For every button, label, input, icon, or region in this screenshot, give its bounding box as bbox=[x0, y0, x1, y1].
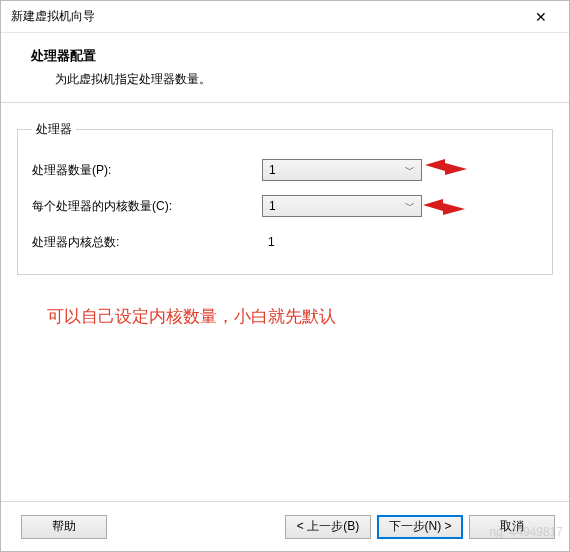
chevron-down-icon: ﹀ bbox=[405, 163, 415, 177]
window-title: 新建虚拟机向导 bbox=[11, 8, 519, 25]
select-value: 1 bbox=[269, 163, 276, 177]
close-icon[interactable]: ✕ bbox=[519, 5, 563, 29]
help-button[interactable]: 帮助 bbox=[21, 515, 107, 539]
page-subtitle: 为此虚拟机指定处理器数量。 bbox=[55, 71, 549, 88]
page-title: 处理器配置 bbox=[31, 47, 549, 65]
cancel-button[interactable]: 取消 bbox=[469, 515, 555, 539]
next-button[interactable]: 下一步(N) > bbox=[377, 515, 463, 539]
row-total-cores: 处理器内核总数: 1 bbox=[32, 224, 538, 260]
annotation-text: 可以自己设定内核数量，小白就先默认 bbox=[47, 305, 553, 328]
label-processor-count: 处理器数量(P): bbox=[32, 162, 262, 179]
titlebar: 新建虚拟机向导 ✕ bbox=[1, 1, 569, 33]
label-cores-per-processor: 每个处理器的内核数量(C): bbox=[32, 198, 262, 215]
row-cores-per-processor: 每个处理器的内核数量(C): 1 ﹀ bbox=[32, 188, 538, 224]
row-processor-count: 处理器数量(P): 1 ﹀ bbox=[32, 152, 538, 188]
label-total-cores: 处理器内核总数: bbox=[32, 234, 262, 251]
button-bar: 帮助 < 上一步(B) 下一步(N) > 取消 bbox=[1, 501, 569, 551]
select-cores-per-processor[interactable]: 1 ﹀ bbox=[262, 195, 422, 217]
select-processor-count[interactable]: 1 ﹀ bbox=[262, 159, 422, 181]
select-value: 1 bbox=[269, 199, 276, 213]
back-button[interactable]: < 上一步(B) bbox=[285, 515, 371, 539]
wizard-header: 处理器配置 为此虚拟机指定处理器数量。 bbox=[1, 33, 569, 103]
group-legend: 处理器 bbox=[32, 121, 76, 138]
processor-group: 处理器 处理器数量(P): 1 ﹀ 每个处理器的内核数量(C): 1 ﹀ 处理器… bbox=[17, 121, 553, 275]
content-area: 处理器 处理器数量(P): 1 ﹀ 每个处理器的内核数量(C): 1 ﹀ 处理器… bbox=[1, 103, 569, 328]
value-total-cores: 1 bbox=[262, 235, 275, 249]
chevron-down-icon: ﹀ bbox=[405, 199, 415, 213]
